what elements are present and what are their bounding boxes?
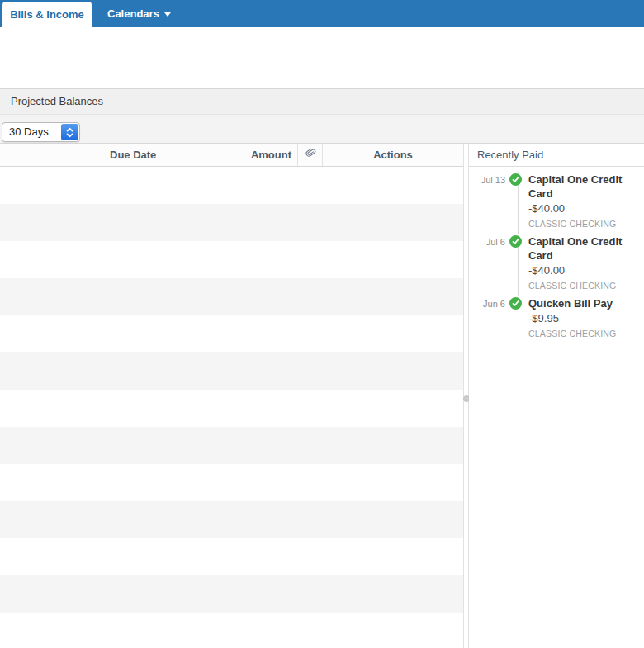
column-header-due-date[interactable]: Due Date — [102, 144, 215, 166]
tab-bills-income[interactable]: Bills & Income — [2, 2, 92, 27]
chevron-down-icon — [164, 12, 171, 17]
table-row — [0, 501, 463, 538]
paperclip-icon — [305, 144, 316, 166]
tab-calendars-label: Calendars — [107, 7, 159, 20]
table-row — [0, 352, 463, 390]
paid-amount: -$40.00 — [528, 263, 644, 279]
table-row — [0, 613, 463, 648]
list-item[interactable]: Jul 13 Capital One Credit Card -$40.00 C… — [469, 170, 644, 232]
recently-paid-title: Recently Paid — [469, 144, 644, 167]
check-circle-icon — [508, 296, 523, 311]
paid-payee: Capital One Credit Card — [528, 234, 644, 263]
recently-paid-list: Jul 13 Capital One Credit Card -$40.00 C… — [469, 167, 644, 342]
column-header-amount[interactable]: Amount — [215, 144, 297, 166]
table-row — [0, 575, 463, 613]
column-header-attachment[interactable] — [297, 144, 322, 166]
paid-date: Jun 6 — [469, 296, 505, 309]
table-row — [0, 204, 463, 241]
paid-entry-details: Capital One Credit Card -$40.00 CLASSIC … — [528, 234, 644, 292]
bills-income-view: Bills & Income Calendars Projected Balan… — [0, 0, 644, 648]
table-row — [0, 315, 463, 352]
table-row — [0, 241, 463, 278]
paid-entry-details: Capital One Credit Card -$40.00 CLASSIC … — [528, 172, 644, 230]
table-row — [0, 390, 463, 427]
paid-payee: Quicken Bill Pay — [528, 296, 616, 310]
table-row — [0, 278, 463, 315]
bills-table-body — [0, 167, 463, 648]
check-circle-icon — [508, 172, 523, 187]
tab-calendars[interactable]: Calendars — [101, 0, 178, 27]
top-tab-bar: Bills & Income Calendars — [0, 0, 644, 27]
paid-amount: -$40.00 — [528, 201, 644, 217]
filter-toolbar: 30 Days — [0, 115, 644, 144]
list-item[interactable]: Jul 6 Capital One Credit Card -$40.00 CL… — [469, 232, 644, 294]
table-row — [0, 464, 463, 501]
paid-date: Jul 6 — [469, 234, 505, 247]
table-row — [0, 538, 463, 575]
paid-account: CLASSIC CHECKING — [528, 279, 644, 292]
bills-table: Due Date Amount Actions — [0, 144, 463, 648]
table-row — [0, 167, 463, 204]
select-stepper-icon — [61, 124, 78, 140]
bills-table-header: Due Date Amount Actions — [0, 144, 463, 167]
projected-balances-bar[interactable]: Projected Balances — [0, 88, 644, 115]
column-header-name[interactable] — [0, 144, 102, 166]
recently-paid-panel: Recently Paid Jul 13 Capital One Credit … — [469, 144, 644, 648]
paid-amount: -$9.95 — [528, 310, 616, 327]
paid-entry-details: Quicken Bill Pay -$9.95 CLASSIC CHECKING — [528, 296, 616, 340]
range-select[interactable]: 30 Days — [2, 122, 80, 142]
projected-balances-title: Projected Balances — [0, 89, 644, 114]
column-header-actions: Actions — [322, 144, 463, 166]
paid-account: CLASSIC CHECKING — [528, 217, 644, 230]
paid-payee: Capital One Credit Card — [528, 173, 644, 201]
table-row — [0, 427, 463, 464]
paid-account: CLASSIC CHECKING — [528, 327, 616, 340]
check-circle-icon — [508, 234, 523, 249]
range-select-value: 30 Days — [9, 123, 49, 141]
paid-date: Jul 13 — [469, 172, 505, 185]
list-item[interactable]: Jun 6 Quicken Bill Pay -$9.95 CLASSIC CH… — [469, 294, 644, 342]
